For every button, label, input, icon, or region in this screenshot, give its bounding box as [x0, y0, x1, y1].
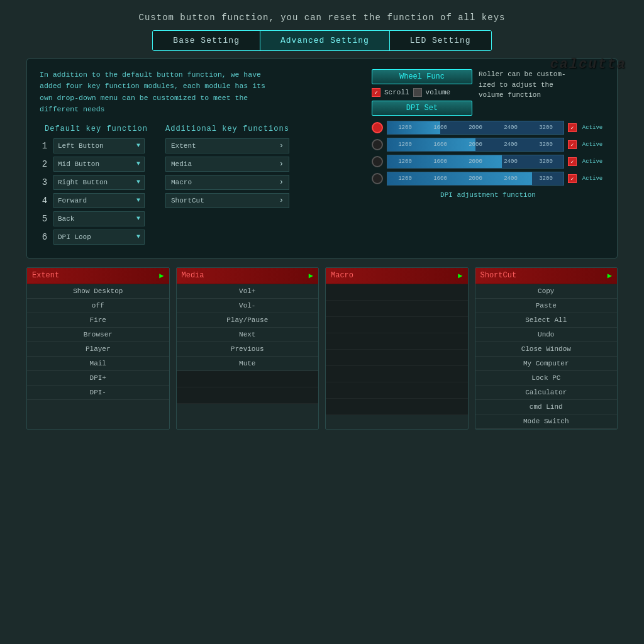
- dpi-slider-3[interactable]: 12001600200024003200: [387, 155, 564, 169]
- tab-led-setting[interactable]: LED Setting: [390, 31, 491, 50]
- extent-item-6[interactable]: DPI+: [27, 371, 169, 386]
- dpi-row-3: 12001600200024003200 ✓ Active: [372, 155, 604, 169]
- dpi-check-4[interactable]: ✓: [568, 174, 577, 183]
- dpi-dot-4[interactable]: [372, 173, 383, 184]
- dpi-slider-1[interactable]: 12001600200024003200: [387, 121, 564, 135]
- add-key-arrow-media: ›: [279, 160, 284, 169]
- dpi-dot-1[interactable]: [372, 122, 383, 133]
- scroll-row: ✓ Scroll volume: [372, 88, 472, 97]
- tab-advanced-setting[interactable]: Advanced Setting: [260, 31, 390, 50]
- media-item-3[interactable]: Next: [177, 328, 319, 342]
- shortcut-item-9[interactable]: Mode Switch: [475, 414, 618, 429]
- key-num-1: 1: [40, 141, 50, 151]
- dpi-slider-2[interactable]: 12001600200024003200: [387, 138, 564, 152]
- dropdown-arrow-6: ▼: [136, 233, 140, 240]
- key-num-6: 6: [40, 232, 50, 242]
- key-dropdown-3[interactable]: Right Button ▼: [53, 175, 145, 190]
- macro-empty-3: [326, 317, 468, 333]
- key-row-4: 4 Forward ▼: [40, 193, 153, 208]
- key-dropdown-6[interactable]: DPI Loop ▼: [53, 230, 145, 245]
- dpi-check-1[interactable]: ✓: [568, 123, 577, 132]
- extent-item-3[interactable]: Browser: [27, 328, 169, 342]
- media-empty-2: [177, 387, 319, 404]
- key-row-3: 3 Right Button ▼: [40, 175, 153, 190]
- additional-key-media[interactable]: Media ›: [165, 157, 289, 172]
- extent-item-4[interactable]: Player: [27, 342, 169, 357]
- macro-empty-1: [326, 284, 468, 301]
- dpi-active-label-1: Active: [580, 125, 604, 131]
- page-title: Custom button function, you can reset th…: [139, 13, 506, 23]
- extent-panel-header: Extent ▶: [27, 268, 169, 284]
- dpi-dot-3[interactable]: [372, 156, 383, 167]
- key-dropdown-4[interactable]: Forward ▼: [53, 193, 145, 208]
- dpi-check-2[interactable]: ✓: [568, 140, 577, 149]
- wheel-func-button[interactable]: Wheel Func: [372, 69, 472, 84]
- macro-panel-header: Macro ▶: [326, 268, 468, 284]
- macro-panel: Macro ▶: [325, 267, 469, 430]
- tab-base-setting[interactable]: Base Setting: [153, 31, 260, 50]
- scroll-checkbox[interactable]: ✓: [372, 88, 380, 97]
- add-key-arrow-extent: ›: [279, 142, 284, 150]
- shortcut-item-5[interactable]: My Computer: [475, 357, 618, 371]
- dpi-sliders-section: 12001600200024003200 ✓ Active 1200160020…: [372, 121, 604, 189]
- media-item-0[interactable]: Vol+: [177, 284, 319, 299]
- key-num-3: 3: [40, 177, 50, 187]
- panel-description: In addition to the default button functi…: [40, 69, 279, 116]
- extent-item-7[interactable]: DPI-: [27, 386, 169, 400]
- panel-left: In addition to the default button functi…: [40, 69, 359, 248]
- additional-key-shortcut[interactable]: ShortCut ›: [165, 193, 289, 208]
- extent-item-5[interactable]: Mail: [27, 357, 169, 371]
- dpi-set-button[interactable]: DPI Set: [372, 101, 472, 116]
- key-num-4: 4: [40, 196, 50, 206]
- extent-item-1[interactable]: off: [27, 299, 169, 313]
- volume-checkbox[interactable]: [413, 88, 422, 97]
- key-dropdown-1[interactable]: Left Button ▼: [53, 138, 145, 153]
- dpi-row-2: 12001600200024003200 ✓ Active: [372, 138, 604, 152]
- extent-panel: Extent ▶ Show Desktop off Fire Browser P…: [26, 267, 170, 430]
- add-key-arrow-macro: ›: [279, 178, 284, 187]
- add-key-label-macro: Macro: [171, 179, 192, 186]
- key-num-5: 5: [40, 214, 50, 224]
- shortcut-item-3[interactable]: Undo: [475, 328, 618, 342]
- additional-key-macro[interactable]: Macro ›: [165, 175, 289, 190]
- shortcut-panel-header: ShortCut ▶: [475, 268, 618, 284]
- key-dropdown-5[interactable]: Back ▼: [53, 211, 145, 226]
- key-row-5: 5 Back ▼: [40, 211, 153, 226]
- media-item-4[interactable]: Previous: [177, 342, 319, 357]
- bottom-panels: Extent ▶ Show Desktop off Fire Browser P…: [26, 267, 618, 430]
- shortcut-item-7[interactable]: Calculator: [475, 386, 618, 400]
- shortcut-item-2[interactable]: Select All: [475, 313, 618, 328]
- dpi-dot-2[interactable]: [372, 139, 383, 150]
- dpi-active-label-2: Active: [580, 142, 604, 148]
- roller-controls: Wheel Func ✓ Scroll volume DPI Set: [372, 69, 472, 116]
- shortcut-item-8[interactable]: cmd Lind: [475, 400, 618, 414]
- dropdown-arrow-4: ▼: [136, 197, 140, 204]
- tab-bar: Base Setting Advanced Setting LED Settin…: [152, 30, 491, 51]
- additional-key-extent[interactable]: Extent ›: [165, 138, 289, 153]
- dpi-caption: DPI adjustment function: [372, 191, 604, 199]
- volume-label: volume: [426, 89, 451, 96]
- macro-header-arrow: ▶: [458, 271, 462, 280]
- shortcut-item-4[interactable]: Close Window: [475, 342, 618, 357]
- extent-header-label: Extent: [32, 271, 59, 280]
- shortcut-item-6[interactable]: Lock PC: [475, 371, 618, 386]
- shortcut-item-0[interactable]: Copy: [475, 284, 618, 299]
- media-item-2[interactable]: Play/Pause: [177, 313, 319, 328]
- media-item-5[interactable]: Mute: [177, 357, 319, 371]
- extent-item-0[interactable]: Show Desktop: [27, 284, 169, 299]
- additional-keys-section: Additional key functions Extent › Media …: [165, 125, 289, 248]
- scroll-label: Scroll: [384, 89, 409, 96]
- dpi-slider-4[interactable]: 12001600200024003200: [387, 172, 564, 186]
- media-empty-1: [177, 371, 319, 387]
- add-key-arrow-shortcut: ›: [279, 196, 284, 205]
- macro-empty-8: [326, 399, 468, 415]
- shortcut-item-1[interactable]: Paste: [475, 299, 618, 313]
- media-item-1[interactable]: Vol-: [177, 299, 319, 313]
- add-key-label-media: Media: [171, 160, 192, 168]
- dpi-check-3[interactable]: ✓: [568, 157, 577, 166]
- key-dropdown-2[interactable]: Mid Button ▼: [53, 157, 145, 172]
- media-header-arrow: ▶: [309, 271, 313, 280]
- dropdown-arrow-1: ▼: [136, 142, 140, 149]
- panel-right: Wheel Func ✓ Scroll volume DPI Set Rolle…: [372, 69, 604, 248]
- extent-item-2[interactable]: Fire: [27, 313, 169, 328]
